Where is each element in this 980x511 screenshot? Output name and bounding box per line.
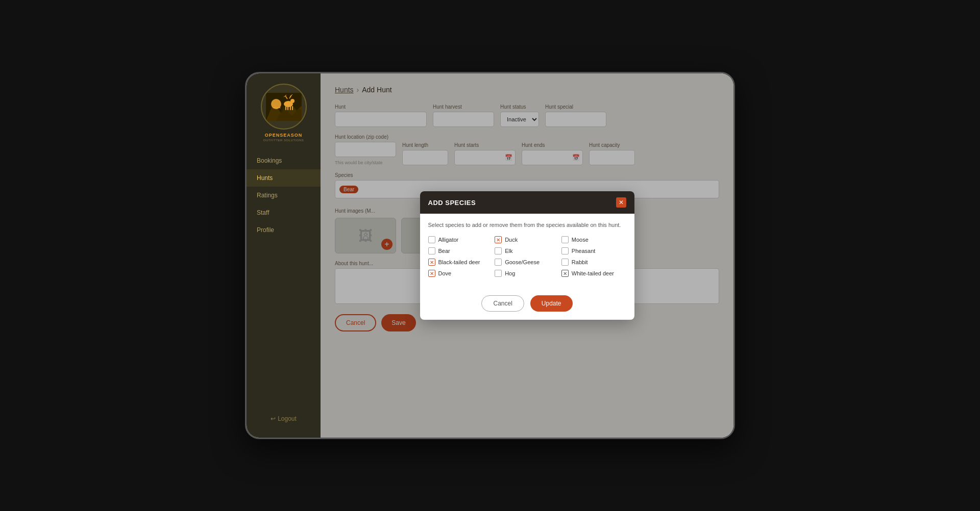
species-name-goose: Goose/Geese bbox=[505, 259, 540, 265]
logout-button[interactable]: ↩ Logout bbox=[260, 410, 307, 427]
sidebar: OPENSEASON OUTFITTER SOLUTIONS Bookings … bbox=[247, 73, 321, 438]
svg-rect-15 bbox=[292, 106, 293, 110]
species-item-moose: Moose bbox=[561, 236, 626, 243]
modal-footer: Cancel Update bbox=[420, 295, 634, 320]
species-grid: Alligator ✕ Duck Moose bbox=[428, 236, 626, 277]
brand-name: OPENSEASON bbox=[265, 133, 303, 138]
tablet-screen: OPENSEASON OUTFITTER SOLUTIONS Bookings … bbox=[247, 73, 733, 438]
logout-icon: ↩ bbox=[271, 415, 276, 422]
sidebar-item-hunts[interactable]: Hunts bbox=[247, 169, 321, 187]
species-item-hog: Hog bbox=[495, 270, 559, 277]
modal-update-button[interactable]: Update bbox=[530, 295, 573, 312]
species-checkbox-bear[interactable] bbox=[428, 247, 435, 254]
modal-description: Select species to add or remove them fro… bbox=[428, 222, 626, 228]
tablet-frame: OPENSEASON OUTFITTER SOLUTIONS Bookings … bbox=[245, 72, 735, 439]
species-checkbox-moose[interactable] bbox=[561, 236, 569, 243]
species-name-rabbit: Rabbit bbox=[572, 259, 588, 265]
species-checkbox-white-tailed-deer[interactable]: ✕ bbox=[561, 270, 569, 277]
species-item-bear: Bear bbox=[428, 247, 493, 254]
modal-title: ADD SPECIES bbox=[428, 199, 476, 207]
species-name-moose: Moose bbox=[572, 237, 589, 243]
species-item-elk: Elk bbox=[495, 247, 559, 254]
species-item-rabbit: Rabbit bbox=[561, 259, 626, 266]
species-name-alligator: Alligator bbox=[438, 237, 459, 243]
sidebar-item-ratings[interactable]: Ratings bbox=[247, 187, 321, 204]
species-item-white-tailed-deer: ✕ White-tailed deer bbox=[561, 270, 626, 277]
modal-close-button[interactable]: ✕ bbox=[616, 197, 626, 208]
species-item-black-tailed-deer: ✕ Black-tailed deer bbox=[428, 259, 493, 266]
species-checkbox-rabbit[interactable] bbox=[561, 259, 569, 266]
species-name-hog: Hog bbox=[505, 270, 515, 276]
species-checkbox-elk[interactable] bbox=[495, 247, 502, 254]
add-species-modal: ADD SPECIES ✕ Select species to add or r… bbox=[420, 191, 634, 320]
species-item-goose: Goose/Geese bbox=[495, 259, 559, 266]
species-name-black-tailed-deer: Black-tailed deer bbox=[438, 259, 480, 265]
nav-menu: Bookings Hunts Ratings Staff Profile bbox=[247, 152, 321, 239]
species-checkbox-alligator[interactable] bbox=[428, 236, 435, 243]
species-checkbox-duck[interactable]: ✕ bbox=[495, 236, 502, 243]
species-name-bear: Bear bbox=[438, 248, 450, 254]
sidebar-item-profile[interactable]: Profile bbox=[247, 221, 321, 239]
species-checkbox-dove[interactable]: ✕ bbox=[428, 270, 435, 277]
brand-sub: OUTFITTER SOLUTIONS bbox=[263, 139, 304, 142]
sidebar-item-staff[interactable]: Staff bbox=[247, 204, 321, 221]
species-item-dove: ✕ Dove bbox=[428, 270, 493, 277]
species-checkbox-black-tailed-deer[interactable]: ✕ bbox=[428, 259, 435, 266]
svg-rect-13 bbox=[287, 106, 288, 110]
svg-rect-12 bbox=[285, 106, 286, 110]
species-name-white-tailed-deer: White-tailed deer bbox=[572, 270, 614, 276]
modal-header: ADD SPECIES ✕ bbox=[420, 191, 634, 214]
species-item-duck: ✕ Duck bbox=[495, 236, 559, 243]
species-item-pheasant: Pheasant bbox=[561, 247, 626, 254]
modal-overlay: ADD SPECIES ✕ Select species to add or r… bbox=[321, 73, 733, 438]
species-checkbox-goose[interactable] bbox=[495, 259, 502, 266]
sidebar-item-bookings[interactable]: Bookings bbox=[247, 152, 321, 169]
logo-container bbox=[261, 84, 307, 130]
main-content: Hunts › Add Hunt Hunt Hunt harvest Hunt … bbox=[321, 73, 733, 438]
species-name-dove: Dove bbox=[438, 270, 452, 276]
species-checkbox-hog[interactable] bbox=[495, 270, 502, 277]
species-checkbox-pheasant[interactable] bbox=[561, 247, 569, 254]
svg-rect-14 bbox=[290, 106, 291, 110]
svg-point-11 bbox=[290, 99, 295, 103]
species-item-alligator: Alligator bbox=[428, 236, 493, 243]
species-name-duck: Duck bbox=[505, 237, 518, 243]
species-name-pheasant: Pheasant bbox=[572, 248, 595, 254]
modal-cancel-button[interactable]: Cancel bbox=[481, 295, 524, 312]
modal-body: Select species to add or remove them fro… bbox=[420, 214, 634, 295]
species-name-elk: Elk bbox=[505, 248, 512, 254]
